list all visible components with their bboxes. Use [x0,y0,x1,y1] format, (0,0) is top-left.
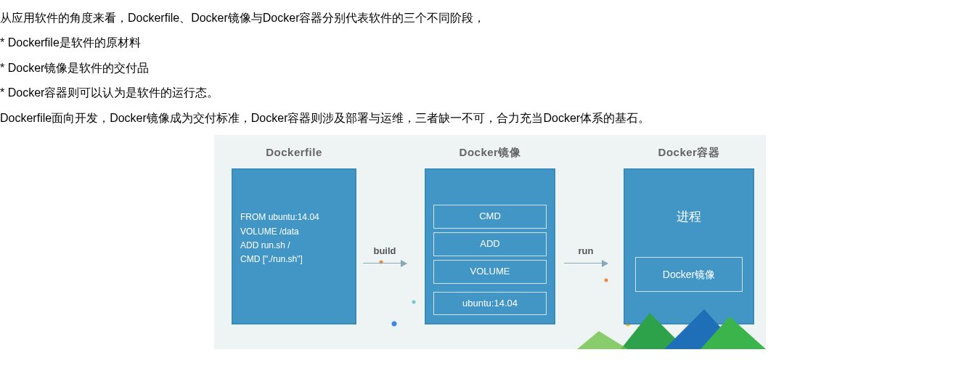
container-process-label: 进程 [677,205,701,229]
dockerfile-line: FROM ubuntu:14.04 [240,211,348,224]
dockerfile-line: ADD run.sh / [240,239,348,253]
image-layer-base: ubuntu:14.04 [433,292,547,316]
diagram-col-dockerfile: Dockerfile FROM ubuntu:14.04 VOLUME /dat… [232,142,356,325]
bullet-dockerfile: * Dockerfile是软件的原材料 [0,32,980,54]
diagram-col-container: Docker容器 进程 Docker镜像 [624,142,754,325]
image-box: CMD ADD VOLUME ubuntu:14.04 [425,168,555,324]
col-title-dockerfile: Dockerfile [232,142,356,163]
paragraph-intro: 从应用软件的角度来看，Dockerfile、Docker镜像与Docker容器分… [0,7,980,29]
paragraph-summary: Dockerfile面向开发，Docker镜像成为交付标准，Docker容器则涉… [0,107,980,129]
dockerfile-line: VOLUME /data [240,225,348,239]
arrow-run-label: run [579,242,594,261]
image-layer: ADD [433,232,547,256]
col-title-image: Docker镜像 [425,142,555,163]
bullet-container: * Docker容器则可以认为是软件的运行态。 [0,82,980,104]
image-layer: VOLUME [433,260,547,284]
dockerfile-box: FROM ubuntu:14.04 VOLUME /data ADD run.s… [232,168,356,324]
document-text: 从应用软件的角度来看，Dockerfile、Docker镜像与Docker容器分… [0,0,980,129]
container-box: 进程 Docker镜像 [624,168,754,324]
arrow-run: run [564,242,608,263]
bullet-image: * Docker镜像是软件的交付品 [0,57,980,79]
image-layer: CMD [433,205,547,229]
container-inner-image: Docker镜像 [635,257,743,293]
svg-marker-3 [577,331,628,349]
dockerfile-line: CMD ["./run.sh"] [240,253,348,266]
decorative-shapes [577,309,766,349]
arrow-build-label: build [373,242,396,261]
docker-stages-diagram: Dockerfile FROM ubuntu:14.04 VOLUME /dat… [214,135,766,349]
arrow-build: build [363,242,407,263]
diagram-col-image: Docker镜像 CMD ADD VOLUME ubuntu:14.04 [425,142,555,325]
col-title-container: Docker容器 [624,142,754,163]
